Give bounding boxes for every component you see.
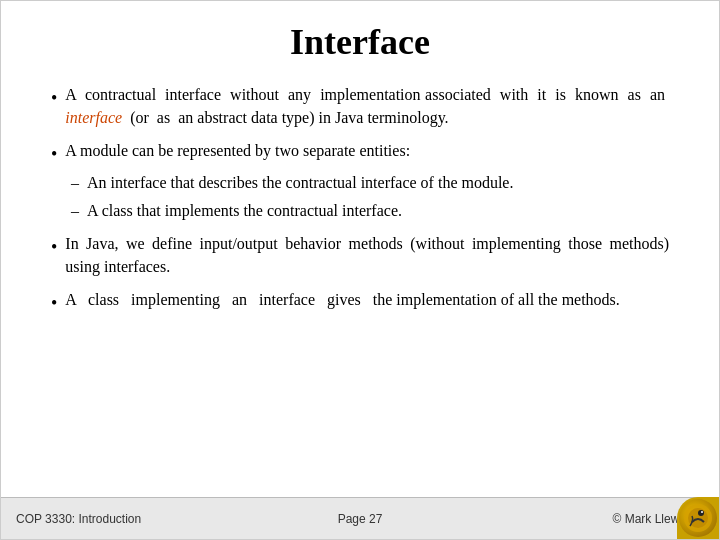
sub-bullet-text-2b: A class that implements the contractual …	[87, 199, 669, 222]
bullet-text-4: A class implementing an interface gives …	[65, 288, 669, 311]
bullet-item-1: • A contractual interface without any im…	[51, 83, 669, 129]
svg-point-3	[701, 511, 703, 513]
bullet-dot-2: •	[51, 141, 57, 167]
logo-svg	[682, 502, 714, 534]
bullet-dot-4: •	[51, 290, 57, 316]
slide-title: Interface	[1, 1, 719, 73]
slide-footer: COP 3330: Introduction Page 27 © Mark Ll…	[1, 497, 719, 539]
bullet-group-2: • A module can be represented by two sep…	[51, 139, 669, 221]
svg-point-2	[698, 510, 704, 516]
bullet-text-2: A module can be represented by two separ…	[65, 139, 669, 162]
sub-bullet-dash-2a: –	[71, 171, 79, 194]
bullet-text-3: In Java, we define input/output behavior…	[65, 232, 669, 278]
bullet-dot-3: •	[51, 234, 57, 260]
footer-logo	[677, 497, 719, 539]
sub-bullet-2a: – An interface that describes the contra…	[71, 171, 669, 194]
logo-circle	[679, 499, 717, 537]
bullet-item-4: • A class implementing an interface give…	[51, 288, 669, 316]
italic-interface: interface	[65, 109, 122, 126]
bullet-text-1: A contractual interface without any impl…	[65, 83, 669, 129]
sub-bullet-2b: – A class that implements the contractua…	[71, 199, 669, 222]
sub-bullets-2: – An interface that describes the contra…	[71, 171, 669, 221]
sub-bullet-text-2a: An interface that describes the contract…	[87, 171, 669, 194]
bullet-item-2: • A module can be represented by two sep…	[51, 139, 669, 167]
bullet-item-3: • In Java, we define input/output behavi…	[51, 232, 669, 278]
sub-bullet-dash-2b: –	[71, 199, 79, 222]
bullet-dot-1: •	[51, 85, 57, 111]
footer-center: Page 27	[338, 512, 383, 526]
slide-content: • A contractual interface without any im…	[1, 73, 719, 497]
slide: Interface • A contractual interface with…	[0, 0, 720, 540]
footer-left: COP 3330: Introduction	[16, 512, 141, 526]
